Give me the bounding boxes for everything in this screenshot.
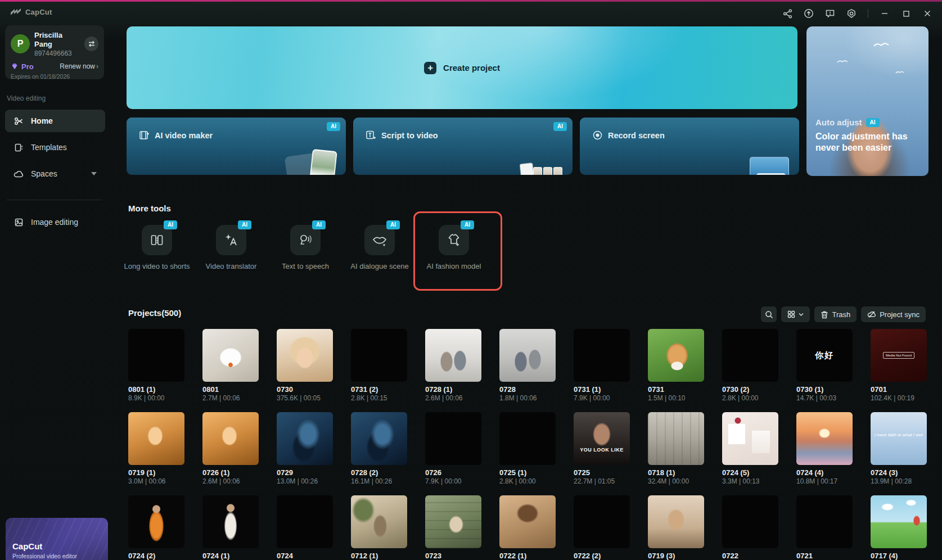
- project-card[interactable]: 0726 (1) 2.6M | 00:06: [202, 412, 259, 485]
- project-card[interactable]: 0731 (2) 2.8K | 00:15: [351, 329, 407, 402]
- project-thumbnail[interactable]: [648, 412, 704, 465]
- project-card[interactable]: 0724 (2): [128, 495, 184, 560]
- project-card[interactable]: 0728 (1) 2.6M | 00:06: [425, 329, 481, 402]
- project-thumbnail[interactable]: [351, 495, 407, 548]
- project-thumbnail[interactable]: [128, 412, 184, 465]
- project-card[interactable]: 0723: [425, 495, 481, 560]
- project-card[interactable]: 0717 (4): [871, 495, 927, 560]
- project-card[interactable]: 0729 13.0M | 00:26: [277, 412, 333, 485]
- project-card[interactable]: Media Not Found 0701 102.4K | 00:19: [871, 329, 927, 402]
- sidebar-item-templates[interactable]: Templates: [5, 136, 105, 159]
- project-thumbnail[interactable]: [277, 495, 333, 548]
- profile-card[interactable]: P Priscilla Pang 8974496663: [5, 25, 104, 79]
- project-card[interactable]: 0731 1.5M | 00:10: [648, 329, 704, 402]
- card-script-to-video[interactable]: Script to video AI: [353, 118, 573, 175]
- project-card[interactable]: 0719 (3): [648, 495, 704, 560]
- project-thumbnail[interactable]: [796, 495, 853, 548]
- project-thumbnail[interactable]: [796, 412, 853, 465]
- project-card[interactable]: YOU LOOK LIKE 0725 22.7M | 01:05: [574, 412, 630, 485]
- project-thumbnail[interactable]: [128, 329, 184, 382]
- project-thumbnail[interactable]: [128, 495, 184, 548]
- project-thumbnail[interactable]: [499, 412, 556, 465]
- sidebar-item-home[interactable]: Home: [5, 110, 105, 132]
- project-thumbnail[interactable]: [574, 495, 630, 548]
- settings-gear-icon[interactable]: [845, 7, 858, 20]
- feedback-icon[interactable]: [823, 7, 837, 20]
- project-card[interactable]: 0722: [722, 495, 778, 560]
- project-thumbnail[interactable]: [648, 329, 704, 382]
- project-thumbnail[interactable]: [722, 495, 778, 548]
- create-project-button[interactable]: + Create project: [127, 26, 797, 109]
- minimize-button[interactable]: [878, 7, 891, 20]
- project-thumbnail[interactable]: [351, 412, 407, 465]
- project-thumbnail[interactable]: 你好: [796, 329, 853, 382]
- avatar[interactable]: P: [11, 34, 30, 53]
- project-thumbnail[interactable]: [425, 329, 481, 382]
- project-card[interactable]: I have faith in what I see 0724 (3) 13.9…: [871, 412, 927, 485]
- project-card[interactable]: 0730 (2) 2.8K | 00:00: [722, 329, 778, 402]
- project-card[interactable]: 0801 (1) 8.9K | 00:00: [128, 329, 184, 402]
- project-sync-button[interactable]: Project sync: [861, 306, 926, 322]
- card-ai-video-maker[interactable]: AI video maker AI: [127, 118, 346, 175]
- project-thumbnail[interactable]: [871, 495, 927, 548]
- project-card[interactable]: 0719 (1) 3.0M | 00:06: [128, 412, 184, 485]
- project-thumbnail[interactable]: [202, 495, 259, 548]
- project-card[interactable]: 0728 (2) 16.1M | 00:26: [351, 412, 407, 485]
- renew-now-link[interactable]: Renew now›: [60, 62, 98, 70]
- capcut-promo-banner[interactable]: CapCut Professional video editor: [6, 518, 108, 560]
- card-record-screen[interactable]: Record screen: [580, 118, 799, 175]
- project-card[interactable]: 0730 375.6K | 00:05: [277, 329, 333, 402]
- sidebar-item-image-editing[interactable]: Image editing: [5, 211, 105, 233]
- tool-ai-dialogue-scene[interactable]: AI AI dialogue scene: [342, 225, 417, 272]
- tool-ai-fashion-model[interactable]: AI AI fashion model: [417, 225, 491, 272]
- project-title: 0726 (1): [202, 468, 259, 477]
- project-thumbnail[interactable]: Media Not Found: [871, 329, 927, 382]
- share-icon[interactable]: [781, 7, 794, 20]
- project-thumbnail[interactable]: [722, 412, 778, 465]
- project-thumbnail[interactable]: [425, 412, 481, 465]
- project-thumbnail[interactable]: [648, 495, 704, 548]
- tool-video-translator[interactable]: AI Video translator: [194, 225, 268, 272]
- project-thumbnail[interactable]: YOU LOOK LIKE: [574, 412, 630, 465]
- project-card[interactable]: 0801 2.7M | 00:06: [202, 329, 259, 402]
- promo-panel-auto-adjust[interactable]: Auto adjust AI Color adjustment has neve…: [806, 26, 929, 176]
- view-mode-dropdown[interactable]: [781, 306, 810, 322]
- sidebar-item-spaces[interactable]: Spaces: [5, 162, 105, 185]
- project-card[interactable]: 0726 7.9K | 00:00: [425, 412, 481, 485]
- search-icon[interactable]: [761, 306, 777, 322]
- project-card[interactable]: 0731 (1) 7.9K | 00:00: [574, 329, 630, 402]
- project-card[interactable]: 0724 (1): [202, 495, 259, 560]
- project-thumbnail[interactable]: [499, 495, 556, 548]
- project-card[interactable]: 0722 (1): [499, 495, 556, 560]
- maximize-button[interactable]: [899, 7, 913, 20]
- project-thumbnail[interactable]: [574, 329, 630, 382]
- expiry-date: Expires on 01/18/2026: [11, 73, 98, 80]
- project-thumbnail[interactable]: [202, 412, 259, 465]
- project-thumbnail[interactable]: [277, 329, 333, 382]
- project-thumbnail[interactable]: [277, 412, 333, 465]
- project-card[interactable]: 0712 (1): [351, 495, 407, 560]
- project-thumbnail[interactable]: [202, 329, 259, 382]
- project-card[interactable]: 0721: [796, 495, 853, 560]
- tool-long-video-to-shorts[interactable]: AI Long video to shorts: [120, 225, 194, 272]
- project-thumbnail[interactable]: [722, 329, 778, 382]
- trash-button[interactable]: Trash: [814, 306, 857, 322]
- project-card[interactable]: 0728 1.8M | 00:06: [499, 329, 556, 402]
- project-thumbnail[interactable]: [351, 329, 407, 382]
- project-card[interactable]: 0724 (4) 10.8M | 00:17: [796, 412, 853, 485]
- project-card[interactable]: 0718 (1) 32.4M | 00:00: [648, 412, 704, 485]
- updates-icon[interactable]: [802, 7, 815, 20]
- project-card[interactable]: 0725 (1) 2.8K | 00:00: [499, 412, 556, 485]
- switch-account-icon[interactable]: [84, 37, 98, 51]
- tool-text-to-speech[interactable]: AI Text to speech: [268, 225, 342, 272]
- chevron-down-icon[interactable]: [91, 172, 97, 175]
- project-card[interactable]: 0724: [277, 495, 333, 560]
- project-card[interactable]: 0724 (5) 3.3M | 00:13: [722, 412, 778, 485]
- project-thumbnail[interactable]: I have faith in what I see: [871, 412, 927, 465]
- project-card[interactable]: 你好 0730 (1) 14.7K | 00:03: [796, 329, 853, 402]
- project-thumbnail[interactable]: [499, 329, 556, 382]
- project-card[interactable]: 0722 (2): [574, 495, 630, 560]
- close-button[interactable]: [921, 7, 934, 20]
- create-project-label: Create project: [443, 63, 500, 73]
- project-thumbnail[interactable]: [425, 495, 481, 548]
